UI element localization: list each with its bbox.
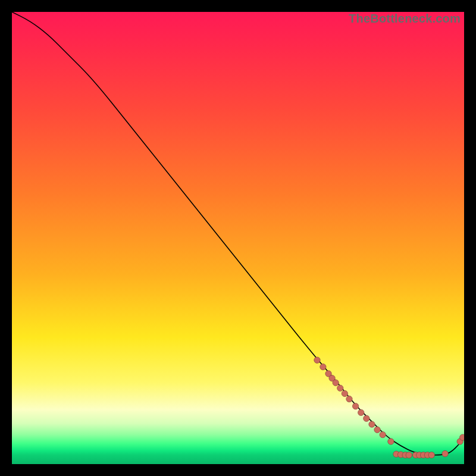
markers-layer [314,357,464,458]
data-marker [380,431,386,437]
data-marker [333,380,339,386]
data-marker [337,385,343,391]
data-marker [460,434,464,440]
data-marker [358,409,364,415]
chart-svg [12,12,464,464]
data-marker [428,452,434,458]
data-marker [364,415,369,421]
data-marker [406,452,412,458]
data-marker [314,357,320,363]
data-marker [369,421,375,427]
data-marker [442,450,448,456]
data-marker [374,427,380,433]
data-marker [342,390,347,396]
data-marker [352,403,358,409]
data-marker [388,439,394,444]
data-marker [346,396,352,402]
data-marker [320,364,326,369]
bottleneck-curve [12,12,464,455]
chart-frame: TheBottleneck.com [12,12,464,464]
